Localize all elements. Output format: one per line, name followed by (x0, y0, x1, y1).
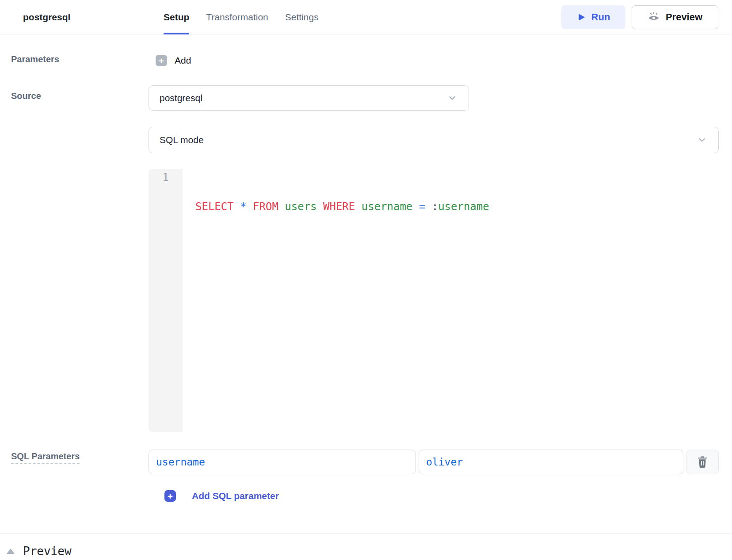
sql-parameter-name-input[interactable] (149, 450, 416, 474)
sql-parameter-value-input[interactable] (419, 450, 683, 474)
code-line-tokens: SELECT * FROM users WHERE username = :us… (195, 200, 719, 214)
query-editor-panel: postgresql Setup Transformation Settings… (0, 0, 732, 560)
add-sql-parameter-label: Add SQL parameter (192, 491, 279, 501)
play-icon (577, 13, 586, 22)
tab-setup[interactable]: Setup (164, 0, 189, 34)
delete-parameter-button[interactable] (686, 450, 719, 474)
source-label: Source (11, 91, 41, 101)
run-button-label: Run (591, 11, 610, 23)
chevron-down-icon (447, 93, 457, 103)
header: postgresql Setup Transformation Settings… (0, 0, 732, 34)
plus-icon: + (156, 55, 167, 66)
sql-parameter-row (149, 450, 719, 474)
preview-button-label: Preview (666, 11, 702, 23)
plus-icon: + (164, 490, 176, 502)
preview-section-label: Preview (23, 545, 72, 558)
editor-gutter: 1 (149, 169, 183, 432)
preview-section: Preview (0, 534, 732, 560)
add-parameter-button[interactable]: + Add (156, 52, 191, 69)
preview-button[interactable]: Preview (632, 5, 718, 29)
add-parameter-label: Add (175, 55, 191, 66)
tab-transformation[interactable]: Transformation (206, 0, 268, 34)
source-select-value: postgresql (160, 93, 202, 103)
sql-code-editor[interactable]: 1 SELECT * FROM users WHERE username = :… (149, 169, 719, 432)
add-sql-parameter-button[interactable]: + Add SQL parameter (164, 489, 279, 503)
line-number: 1 (149, 171, 183, 184)
editor-code-area[interactable]: SELECT * FROM users WHERE username = :us… (183, 169, 719, 432)
tab-bar: Setup Transformation Settings (164, 0, 319, 34)
eye-icon (648, 11, 660, 23)
language-mode-value: SQL mode (160, 135, 204, 145)
trash-icon (697, 456, 708, 468)
preview-toggle[interactable]: Preview (0, 534, 732, 558)
header-actions: Run Preview (561, 5, 718, 29)
parameters-label: Parameters (11, 54, 59, 64)
page-title: postgresql (23, 12, 70, 23)
run-button[interactable]: Run (561, 5, 625, 29)
triangle-up-icon (7, 549, 15, 554)
tab-settings[interactable]: Settings (285, 0, 319, 34)
language-mode-select[interactable]: SQL mode (149, 127, 719, 153)
sql-parameters-label[interactable]: SQL Parameters (11, 451, 80, 464)
chevron-down-icon (697, 135, 707, 145)
source-select[interactable]: postgresql (149, 85, 469, 111)
